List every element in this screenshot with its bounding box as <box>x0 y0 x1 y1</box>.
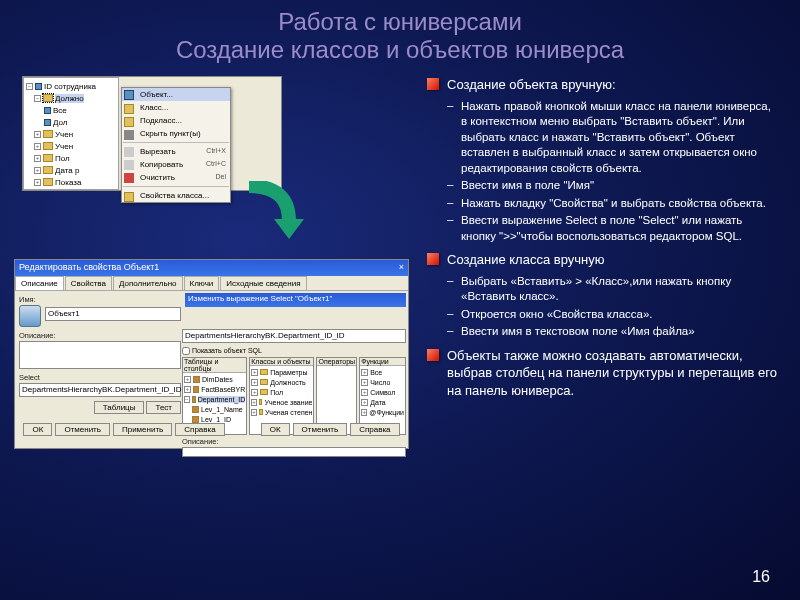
subwin-title: Изменить выражение Select "Объект1" <box>185 293 406 307</box>
sql-expr-input[interactable]: DepartmentsHierarchyBK.Department_ID_ID <box>182 329 406 343</box>
slide-title-1: Работа с юниверсами <box>0 8 800 36</box>
menu-cut[interactable]: ВырезатьCtrl+X <box>122 145 230 158</box>
slide-title-2: Создание классов и объектов юниверса <box>0 36 800 64</box>
menu-copy[interactable]: КопироватьCtrl+C <box>122 158 230 171</box>
cancel-button[interactable]: Отменить <box>55 423 110 436</box>
object-icon <box>19 305 41 327</box>
section1-heading: Создание объекта вручную: <box>447 76 616 94</box>
tab-description[interactable]: Описание <box>15 276 64 290</box>
illustration-area: −ID сотрудника −Должно Все Дол +Учен +Уч… <box>14 76 409 449</box>
bullet-icon <box>427 78 439 90</box>
tab-source[interactable]: Исходные сведения <box>220 276 306 290</box>
tree-window: −ID сотрудника −Должно Все Дол +Учен +Уч… <box>22 76 282 191</box>
label-name: Имя: <box>19 295 181 304</box>
desc-input[interactable] <box>19 341 181 369</box>
menu-object[interactable]: Объект... <box>122 88 230 101</box>
tab-keys[interactable]: Ключи <box>184 276 220 290</box>
bullet-icon <box>427 253 439 265</box>
text-content: Создание объекта вручную: Нажать правой … <box>427 76 786 449</box>
label-desc: Описание: <box>19 331 181 340</box>
arrow-icon <box>234 181 312 253</box>
close-icon[interactable]: × <box>399 262 404 274</box>
section2-list: Выбрать «Вставить» > «Класс»,или нажать … <box>447 273 780 341</box>
label-select: Select <box>19 373 181 382</box>
tab-properties[interactable]: Свойства <box>65 276 112 290</box>
apply-button[interactable]: Применить <box>113 423 172 436</box>
section1-list: Нажать правой кнопкой мыши класс на пане… <box>447 98 780 246</box>
page-number: 16 <box>752 568 770 586</box>
bullet-icon <box>427 349 439 361</box>
menu-hide[interactable]: Скрыть пункт(ы) <box>122 127 230 140</box>
menu-clear[interactable]: ОчиститьDel <box>122 171 230 184</box>
menu-class[interactable]: Класс... <box>122 101 230 114</box>
section3-text: Объекты также можно создавать автоматиче… <box>447 347 780 400</box>
test-button[interactable]: Тест <box>146 401 181 414</box>
name-input[interactable]: Объект1 <box>45 307 181 321</box>
ok-button-2[interactable]: ОК <box>261 423 290 436</box>
tables-button[interactable]: Таблицы <box>94 401 145 414</box>
help-button-2[interactable]: Справка <box>350 423 399 436</box>
tab-advanced[interactable]: Дополнительно <box>113 276 183 290</box>
properties-dialog: Редактировать свойства Объект1× Описание… <box>14 259 409 449</box>
ok-button[interactable]: ОК <box>23 423 52 436</box>
menu-subclass[interactable]: Подкласс... <box>122 114 230 127</box>
tree-panel: −ID сотрудника −Должно Все Дол +Учен +Уч… <box>23 77 119 190</box>
section2-heading: Создание класса вручную <box>447 251 604 269</box>
context-menu: Объект... Класс... Подкласс... Скрыть пу… <box>121 87 231 203</box>
cancel-button-2[interactable]: Отменить <box>293 423 348 436</box>
help-button[interactable]: Справка <box>175 423 224 436</box>
show-sql-checkbox[interactable] <box>182 347 190 355</box>
label-show-sql: Показать объект SQL <box>192 347 262 354</box>
select-input[interactable]: DepartmentsHierarchyBK.Department_ID_ID <box>19 383 181 397</box>
dialog-titlebar: Редактировать свойства Объект1× <box>15 260 408 276</box>
